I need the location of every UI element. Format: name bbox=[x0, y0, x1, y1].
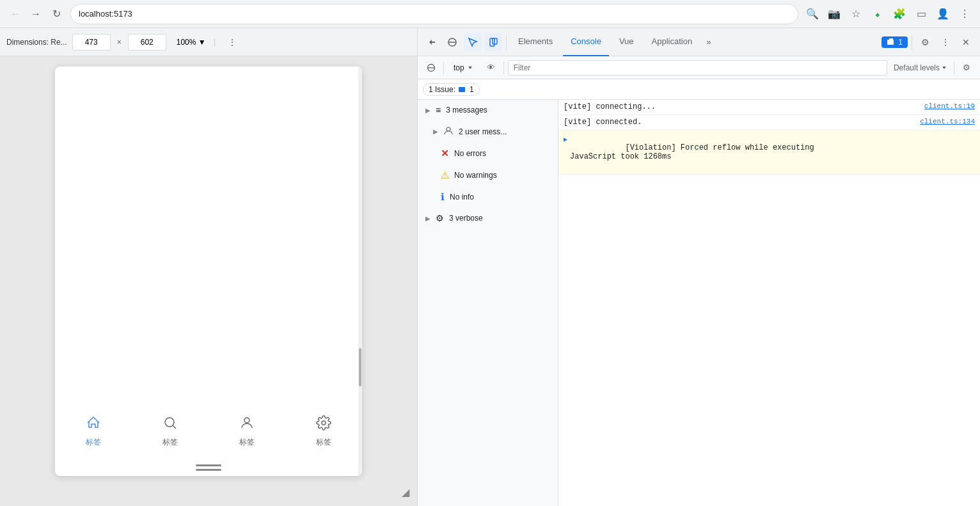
error-icon: ✕ bbox=[441, 148, 449, 159]
toolbar-separator: | bbox=[214, 37, 216, 47]
nav-label-4: 标签 bbox=[316, 437, 331, 448]
errors-count: No errors bbox=[454, 149, 550, 158]
info-count: No info bbox=[450, 193, 550, 202]
tab-elements[interactable]: Elements bbox=[510, 28, 560, 56]
nav-label-2: 标签 bbox=[162, 437, 178, 448]
svg-point-2 bbox=[244, 418, 249, 423]
more-menu-icon[interactable]: ⋮ bbox=[956, 5, 974, 23]
devtools-close-button[interactable]: ✕ bbox=[957, 33, 975, 51]
devtools-settings-button[interactable]: ⚙ bbox=[916, 33, 934, 51]
svg-line-1 bbox=[173, 425, 177, 429]
console-body: ▶ ≡ 3 messages ▶ 2 user mess... ✕ No e bbox=[418, 100, 980, 506]
svg-point-13 bbox=[447, 127, 450, 131]
console-settings-button[interactable]: ⚙ bbox=[958, 59, 975, 76]
expand-arrow-3: ▶ bbox=[425, 215, 431, 222]
levels-select[interactable]: Default levels bbox=[891, 63, 950, 72]
filter-input[interactable] bbox=[508, 60, 887, 75]
messages-icon: ≡ bbox=[436, 105, 441, 115]
sidebar-item-info[interactable]: ℹ No info bbox=[418, 186, 558, 208]
resize-handle[interactable]: ◢ bbox=[402, 486, 409, 498]
expand-arrow-violation[interactable]: ▶ bbox=[564, 136, 567, 143]
console-sidebar: ▶ ≡ 3 messages ▶ 2 user mess... ✕ No e bbox=[418, 100, 558, 506]
device-content: 标签 标签 bbox=[55, 67, 362, 476]
nav-item-2[interactable]: 标签 bbox=[162, 415, 178, 448]
bottom-nav: 标签 标签 bbox=[55, 406, 362, 457]
extensions-icon[interactable]: 🧩 bbox=[890, 5, 908, 23]
toolbar-sep-1 bbox=[506, 35, 507, 50]
devtools-main-toolbar: Elements Console Vue Application » 1 bbox=[418, 28, 980, 56]
issues-badge[interactable]: 1 bbox=[881, 36, 908, 48]
log-text-3: [Violation] Forced reflow while executin… bbox=[570, 134, 975, 170]
tab-console[interactable]: Console bbox=[563, 28, 609, 56]
expand-arrow-2: ▶ bbox=[433, 128, 438, 135]
console-toolbar-sep-1 bbox=[443, 61, 444, 74]
sidebar-item-warnings[interactable]: ⚠ No warnings bbox=[418, 164, 558, 186]
tab-application[interactable]: Application bbox=[644, 28, 700, 56]
screenshot-icon[interactable]: 📷 bbox=[825, 5, 843, 23]
verbose-icon: ⚙ bbox=[436, 213, 444, 223]
bookmark-icon[interactable]: ☆ bbox=[847, 5, 865, 23]
toggle-devtools-icon[interactable]: ▭ bbox=[912, 5, 930, 23]
warnings-count: No warnings bbox=[454, 171, 550, 180]
svg-rect-9 bbox=[889, 38, 893, 40]
nav-item-1[interactable]: 标签 bbox=[86, 415, 101, 448]
zoom-icon[interactable]: 🔍 bbox=[803, 5, 821, 23]
devtools-back-button[interactable] bbox=[423, 33, 441, 51]
console-log[interactable]: [vite] connecting... client.ts:19 [vite]… bbox=[558, 100, 980, 506]
svg-point-0 bbox=[165, 418, 174, 427]
user-messages-count: 2 user mess... bbox=[459, 127, 550, 136]
main-area: Dimensions: Re... × 100% ▼ | ⋮ bbox=[0, 28, 980, 506]
dimensions-label: Dimensions: Re... bbox=[6, 38, 67, 47]
height-input[interactable] bbox=[128, 34, 166, 51]
sidebar-item-all-messages[interactable]: ▶ ≡ 3 messages bbox=[418, 100, 558, 120]
device-frame: 标签 标签 bbox=[55, 67, 362, 476]
address-bar[interactable]: localhost:5173 bbox=[70, 4, 798, 24]
tab-vue[interactable]: Vue bbox=[612, 28, 642, 56]
log-source-2[interactable]: client.ts:134 bbox=[920, 118, 975, 125]
url-text: localhost:5173 bbox=[79, 9, 132, 19]
reload-button[interactable]: ↻ bbox=[47, 5, 65, 23]
forward-button[interactable]: → bbox=[27, 5, 45, 23]
nav-item-3[interactable]: 标签 bbox=[239, 415, 255, 448]
console-toolbar-sep-2 bbox=[503, 61, 504, 74]
log-text-2: [vite] connected. bbox=[564, 118, 915, 127]
search-icon bbox=[162, 415, 178, 434]
width-input[interactable] bbox=[72, 34, 111, 51]
browser-icons: 🔍 📷 ☆ ⬥ 🧩 ▭ 👤 ⋮ bbox=[803, 5, 974, 23]
verbose-count: 3 verbose bbox=[449, 214, 550, 223]
device-toolbar: Dimensions: Re... × 100% ▼ | ⋮ bbox=[0, 28, 417, 56]
sidebar-item-verbose[interactable]: ▶ ⚙ 3 verbose bbox=[418, 208, 558, 228]
inspect-element-button[interactable] bbox=[464, 33, 482, 51]
preview-panel: Dimensions: Re... × 100% ▼ | ⋮ bbox=[0, 28, 417, 506]
more-tabs-button[interactable]: » bbox=[702, 28, 715, 56]
context-selector[interactable]: top bbox=[448, 61, 479, 74]
svg-point-3 bbox=[322, 421, 326, 425]
profile-icon[interactable]: 👤 bbox=[934, 5, 952, 23]
issue-count-badge[interactable]: 1 Issue: 1 bbox=[423, 83, 480, 96]
expand-arrow-1: ▶ bbox=[425, 107, 431, 114]
devtools-more-button[interactable]: ⋮ bbox=[937, 33, 954, 51]
mem-saver-icon[interactable]: ⬥ bbox=[869, 5, 887, 23]
hamburger-bar bbox=[196, 464, 221, 471]
ban-button[interactable] bbox=[423, 59, 439, 76]
clear-console-button[interactable] bbox=[443, 33, 461, 51]
log-source-1[interactable]: client.ts:19 bbox=[924, 102, 975, 110]
nav-item-4[interactable]: 标签 bbox=[316, 415, 331, 448]
all-messages-count: 3 messages bbox=[446, 106, 550, 115]
warning-icon: ⚠ bbox=[441, 170, 449, 181]
log-entry-1: [vite] connecting... client.ts:19 bbox=[558, 100, 980, 115]
device-more-button[interactable]: ⋮ bbox=[223, 33, 241, 51]
sidebar-item-user-messages[interactable]: ▶ 2 user mess... bbox=[418, 120, 558, 143]
hamburger-line-2 bbox=[196, 469, 221, 471]
eye-button[interactable]: 👁 bbox=[483, 59, 500, 76]
log-text-1: [vite] connecting... bbox=[564, 102, 919, 111]
dim-separator: × bbox=[117, 38, 122, 47]
console-secondary-toolbar: top 👁 Default levels ⚙ bbox=[418, 56, 980, 79]
zoom-control[interactable]: 100% ▼ bbox=[177, 38, 206, 47]
toggle-device-button[interactable] bbox=[484, 33, 502, 51]
back-button[interactable]: ← bbox=[6, 5, 24, 23]
sidebar-item-errors[interactable]: ✕ No errors bbox=[418, 143, 558, 164]
user-icon bbox=[239, 415, 255, 434]
hamburger-line-1 bbox=[196, 464, 221, 466]
svg-rect-8 bbox=[887, 40, 894, 45]
